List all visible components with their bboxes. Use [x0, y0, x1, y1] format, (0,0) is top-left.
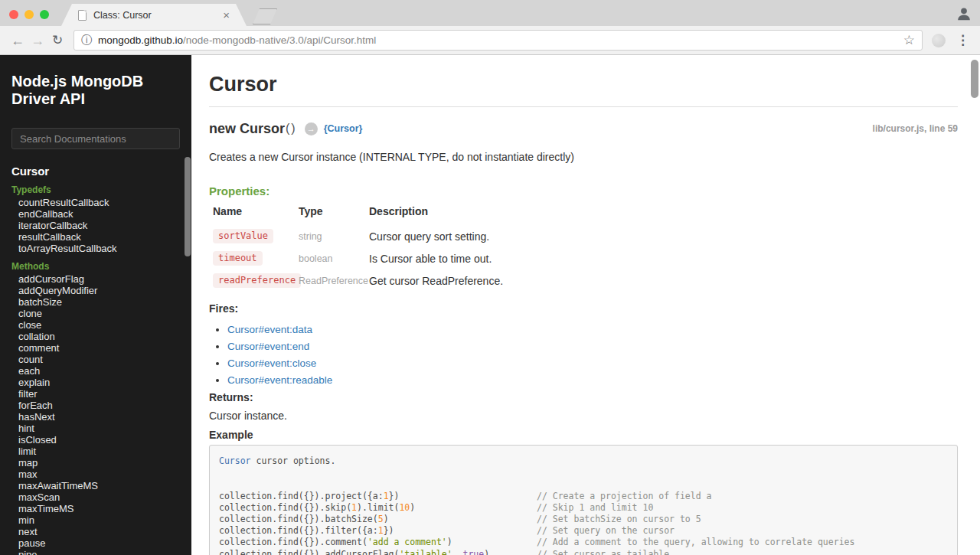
- code-token: 1: [384, 491, 389, 501]
- url-bar[interactable]: ⓘ mongodb.github.io /node-mongodb-native…: [74, 30, 923, 51]
- code-token: ,: [452, 549, 463, 555]
- properties-column-header: Description: [369, 203, 958, 220]
- url-host: mongodb.github.io: [98, 34, 183, 46]
- forward-button[interactable]: →: [28, 34, 47, 47]
- page-favicon-icon: [78, 10, 87, 21]
- sidebar-item-resultCallback[interactable]: resultCallback: [0, 231, 191, 243]
- close-tab-icon[interactable]: ×: [223, 9, 230, 21]
- property-description: Is Cursor able to time out.: [369, 253, 492, 265]
- property-name-cell: readPreference: [213, 269, 299, 292]
- property-type-cell: string: [299, 225, 369, 247]
- back-button[interactable]: ←: [8, 34, 28, 47]
- site-info-icon[interactable]: ⓘ: [81, 34, 92, 47]
- sidebar-item-limit[interactable]: limit: [0, 446, 191, 457]
- sidebar-item-maxScan[interactable]: maxScan: [0, 491, 191, 503]
- sidebar-item-countResultCallback[interactable]: countResultCallback: [0, 197, 191, 208]
- page-title: Cursor: [209, 73, 958, 96]
- sidebar-item-endCallback[interactable]: endCallback: [0, 208, 191, 220]
- sidebar-item-addQueryModifier[interactable]: addQueryModifier: [0, 285, 191, 296]
- bookmark-star-icon[interactable]: ☆: [903, 32, 915, 48]
- sidebar-item-min[interactable]: min: [0, 514, 191, 526]
- sidebar-item-clone[interactable]: clone: [0, 308, 191, 319]
- sidebar-item-batchSize[interactable]: batchSize: [0, 296, 191, 308]
- code-token: }): [384, 525, 394, 536]
- sidebar-item-hint[interactable]: hint: [0, 423, 191, 434]
- sidebar-item-max[interactable]: max: [0, 468, 191, 480]
- event-link[interactable]: Cursor#event:readable: [227, 374, 332, 386]
- property-type: ReadPreference: [299, 276, 368, 286]
- code-line: [219, 467, 948, 478]
- traffic-light[interactable]: [24, 10, 34, 19]
- sidebar-nav: TypedefscountResultCallbackendCallbackit…: [0, 185, 191, 555]
- code-token: collection.find({}).comment(: [219, 537, 368, 547]
- sidebar-item-each[interactable]: each: [0, 365, 191, 377]
- sidebar-current-class[interactable]: Cursor: [11, 165, 180, 178]
- code-token: cursor options.: [251, 455, 336, 466]
- sidebar-item-isClosed[interactable]: isClosed: [0, 434, 191, 446]
- sidebar-item-map[interactable]: map: [0, 457, 191, 468]
- reload-button[interactable]: ↻: [47, 34, 67, 47]
- sidebar-item-maxTimeMS[interactable]: maxTimeMS: [0, 503, 191, 514]
- sidebar-item-next[interactable]: next: [0, 526, 191, 537]
- sidebar-item-iteratorCallback[interactable]: iteratorCallback: [0, 220, 191, 231]
- divider: [209, 106, 958, 107]
- sidebar-item-addCursorFlag[interactable]: addCursorFlag: [0, 273, 191, 285]
- sidebar-scrollbar-thumb[interactable]: [185, 157, 191, 256]
- code-token: collection.find({}).filter({a:: [219, 525, 378, 536]
- code-token: ): [484, 549, 489, 555]
- code-comment: // Skip 1 and limit 10: [537, 502, 653, 514]
- code-line: collection.find({}).skip(1).limit(10)// …: [219, 502, 948, 514]
- browser-menu-icon[interactable]: ⋮: [956, 32, 969, 48]
- property-name-badge: timeout: [213, 251, 263, 266]
- fires-list-item: Cursor#event:close: [227, 357, 958, 369]
- sidebar: Node.js MongoDB Driver API Cursor Typede…: [0, 55, 191, 555]
- window-controls[interactable]: [9, 10, 49, 19]
- traffic-light[interactable]: [9, 10, 18, 19]
- code-token: collection.find({}).project({a:: [219, 491, 384, 501]
- code-comment: // Set query on the cursor: [537, 525, 675, 537]
- sidebar-item-pause[interactable]: pause: [0, 537, 191, 549]
- property-description-cell: Is Cursor able to time out.: [369, 247, 958, 269]
- code-line: collection.find({}).comment('add a comme…: [219, 537, 948, 548]
- new-tab-button[interactable]: [253, 8, 277, 24]
- sidebar-item-explain[interactable]: explain: [0, 377, 191, 388]
- sidebar-item-count[interactable]: count: [0, 354, 191, 365]
- sidebar-item-collation[interactable]: collation: [0, 331, 191, 342]
- code-token: collection.find({}).batchSize(: [219, 514, 378, 524]
- return-type-link[interactable]: {Cursor}: [324, 123, 363, 134]
- sidebar-item-hasNext[interactable]: hasNext: [0, 411, 191, 423]
- event-link[interactable]: Cursor#event:close: [227, 357, 316, 369]
- sidebar-item-pipe[interactable]: pipe: [0, 549, 191, 555]
- code-token: Cursor: [219, 455, 251, 466]
- profile-icon[interactable]: [956, 5, 972, 22]
- sidebar-item-maxAwaitTimeMS[interactable]: maxAwaitTimeMS: [0, 480, 191, 491]
- sidebar-item-close[interactable]: close: [0, 319, 191, 331]
- search-input[interactable]: [11, 128, 180, 149]
- code-line: Cursor cursor options.: [219, 455, 948, 467]
- code-token: 'add a comment': [368, 537, 447, 547]
- code-line: collection.find({}).batchSize(5)// Set b…: [219, 514, 948, 525]
- sidebar-item-comment[interactable]: comment: [0, 342, 191, 354]
- sidebar-item-forEach[interactable]: forEach: [0, 400, 191, 411]
- sidebar-item-filter[interactable]: filter: [0, 388, 191, 400]
- fires-list: Cursor#event:dataCursor#event:endCursor#…: [209, 324, 958, 386]
- source-reference[interactable]: lib/cursor.js, line 59: [873, 123, 958, 134]
- property-type: boolean: [299, 253, 333, 264]
- browser-tab[interactable]: Class: Cursor ×: [61, 4, 247, 26]
- code-comment: // Set cursor as tailable: [537, 549, 669, 555]
- event-link[interactable]: Cursor#event:end: [227, 341, 309, 352]
- property-name-cell: sortValue: [213, 225, 299, 247]
- sidebar-item-toArrayResultCallback[interactable]: toArrayResultCallback: [0, 243, 191, 254]
- property-description: Cursor query sort setting.: [369, 230, 489, 243]
- extension-icon[interactable]: [932, 34, 946, 47]
- browser-toolbar: ← → ↻ ⓘ mongodb.github.io /node-mongodb-…: [0, 26, 980, 55]
- code-line: [219, 478, 948, 490]
- event-link[interactable]: Cursor#event:data: [227, 324, 312, 335]
- page-scrollbar-thumb[interactable]: [971, 60, 978, 98]
- tab-title: Class: Cursor: [93, 10, 217, 21]
- properties-heading: Properties:: [209, 185, 958, 198]
- traffic-light[interactable]: [40, 10, 49, 19]
- properties-table: NameTypeDescriptionsortValuestringCursor…: [213, 203, 958, 292]
- code-line: collection.find({}).project({a:1})// Cre…: [219, 491, 948, 502]
- property-type-cell: ReadPreference: [299, 269, 369, 292]
